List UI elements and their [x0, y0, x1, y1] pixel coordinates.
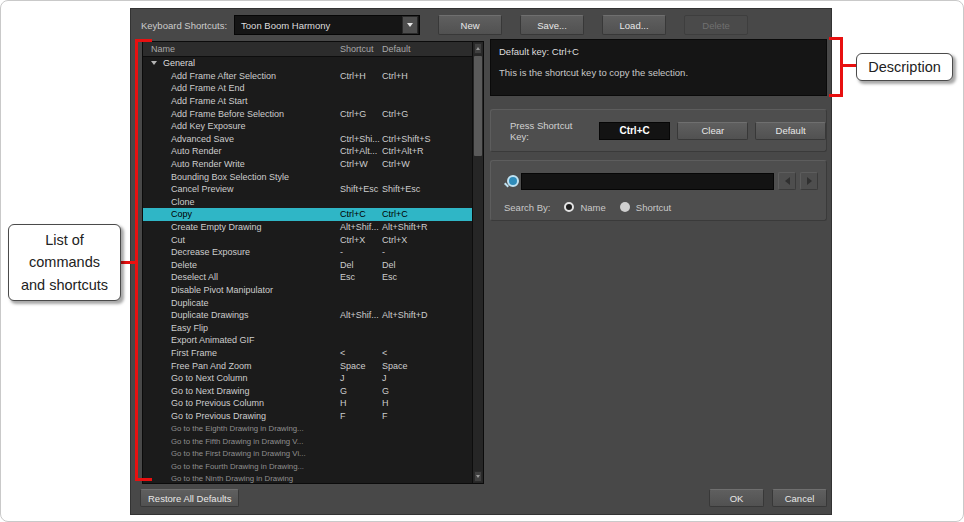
scrollbar-thumb[interactable]: [474, 56, 482, 156]
list-item[interactable]: Add Frame Before SelectionCtrl+GCtrl+G: [143, 107, 472, 120]
list-item[interactable]: Go to the Fourth Drawing in Drawing...: [143, 460, 472, 473]
right-bracket-connector: [843, 64, 857, 67]
list-item[interactable]: Duplicate: [143, 296, 472, 309]
radio-search-by-name[interactable]: [564, 202, 574, 212]
list-item[interactable]: Decrease Exposure--: [143, 246, 472, 259]
preset-dropdown[interactable]: Toon Boom Harmony: [234, 15, 420, 35]
description-panel: Default key: Ctrl+C This is the shortcut…: [490, 39, 827, 96]
preset-dropdown-value: Toon Boom Harmony: [235, 20, 401, 31]
list-item[interactable]: Deselect AllEscEsc: [143, 271, 472, 284]
search-input[interactable]: [521, 173, 774, 190]
list-item[interactable]: Duplicate DrawingsAlt+Shif...Alt+Shift+D: [143, 309, 472, 322]
right-bracket-bottom-cap: [829, 94, 841, 97]
cancel-button[interactable]: Cancel: [772, 489, 827, 507]
preset-label: Keyboard Shortcuts:: [141, 20, 227, 31]
prev-result-button: [778, 172, 796, 190]
list-item[interactable]: Cancel PreviewShift+EscShift+Esc: [143, 183, 472, 196]
list-item[interactable]: Advanced SaveCtrl+Shi...Ctrl+Shift+S: [143, 133, 472, 146]
save-button[interactable]: Save...: [520, 15, 584, 35]
list-item[interactable]: Easy Flip: [143, 321, 472, 334]
next-result-button: [800, 172, 818, 190]
description-annotation-label: Description: [856, 53, 953, 81]
radio-shortcut-label[interactable]: Shortcut: [636, 202, 671, 213]
restore-all-defaults-button[interactable]: Restore All Defaults: [140, 489, 239, 507]
radio-search-by-shortcut[interactable]: [620, 202, 630, 212]
list-item[interactable]: Go to Next ColumnJJ: [143, 372, 472, 385]
list-item[interactable]: Disable Pivot Manipulator: [143, 284, 472, 297]
scroll-down-icon[interactable]: [474, 471, 482, 482]
list-item[interactable]: Add Frame At End: [143, 82, 472, 95]
keyboard-shortcuts-dialog: Keyboard Shortcuts: Toon Boom Harmony Ne…: [130, 8, 832, 515]
list-annotation-label: List of commands and shortcuts: [8, 224, 121, 301]
default-button[interactable]: Default: [755, 122, 826, 140]
shortcut-list: Name Shortcut Default General Add Frame …: [142, 41, 484, 484]
dialog-topbar: Keyboard Shortcuts: Toon Boom Harmony Ne…: [141, 15, 748, 35]
search-by-label: Search By:: [504, 202, 550, 213]
list-item[interactable]: First Frame<<: [143, 347, 472, 360]
description-text: This is the shortcut key to copy the sel…: [499, 67, 818, 78]
press-shortcut-label: Press Shortcut Key:: [510, 120, 594, 142]
list-item[interactable]: Auto Render WriteCtrl+WCtrl+W: [143, 158, 472, 171]
list-item[interactable]: Export Animated GIF: [143, 334, 472, 347]
list-group-general[interactable]: General: [143, 57, 472, 70]
radio-name-label[interactable]: Name: [580, 202, 605, 213]
arrow-left-icon: [785, 177, 790, 185]
default-key-text: Default key: Ctrl+C: [499, 46, 818, 57]
load-button[interactable]: Load...: [602, 15, 666, 35]
clear-button[interactable]: Clear: [677, 122, 748, 140]
list-item[interactable]: Add Key Exposure: [143, 120, 472, 133]
list-scrollbar[interactable]: [472, 42, 483, 483]
shortcut-key-field[interactable]: Ctrl+C: [599, 122, 671, 140]
search-group: Search By: Name Shortcut: [490, 160, 827, 221]
column-header-default[interactable]: Default: [382, 44, 472, 54]
left-bracket-connector: [119, 261, 136, 264]
arrow-right-icon: [807, 177, 812, 185]
column-header-shortcut[interactable]: Shortcut: [340, 44, 382, 54]
list-item[interactable]: Create Empty DrawingAlt+Shif...Alt+Shift…: [143, 221, 472, 234]
list-item[interactable]: Go to Next DrawingGG: [143, 384, 472, 397]
left-bracket-line: [135, 39, 138, 481]
list-item[interactable]: Add Frame After SelectionCtrl+HCtrl+H: [143, 70, 472, 83]
left-bracket-top-cap: [135, 39, 152, 42]
list-item[interactable]: Add Frame At Start: [143, 95, 472, 108]
shortcut-rows: General Add Frame After SelectionCtrl+HC…: [143, 57, 472, 483]
list-item[interactable]: Go to the Ninth Drawing in Drawing: [143, 473, 472, 483]
delete-button: Delete: [684, 15, 748, 35]
list-item[interactable]: Free Pan And ZoomSpaceSpace: [143, 359, 472, 372]
list-header: Name Shortcut Default: [143, 42, 472, 57]
list-item[interactable]: DeleteDelDel: [143, 259, 472, 272]
new-button[interactable]: New: [438, 15, 502, 35]
list-item[interactable]: Go to the Fifth Drawing in Drawing V...: [143, 435, 472, 448]
annotated-screenshot: Keyboard Shortcuts: Toon Boom Harmony Ne…: [0, 0, 964, 522]
shortcut-editor-group: Press Shortcut Key: Ctrl+C Clear Default: [490, 109, 827, 152]
right-bracket-top-cap: [829, 37, 841, 40]
collapse-triangle-icon[interactable]: [151, 61, 157, 65]
list-item[interactable]: Go to Previous DrawingFF: [143, 410, 472, 423]
list-item[interactable]: CutCtrl+XCtrl+X: [143, 233, 472, 246]
list-item[interactable]: Bounding Box Selection Style: [143, 170, 472, 183]
ok-button[interactable]: OK: [709, 489, 764, 507]
list-item[interactable]: Auto RenderCtrl+Alt...Ctrl+Alt+R: [143, 145, 472, 158]
column-header-name[interactable]: Name: [143, 44, 340, 54]
list-item[interactable]: Clone: [143, 196, 472, 209]
chevron-down-icon[interactable]: [402, 16, 418, 34]
list-item[interactable]: Go to the Eighth Drawing in Drawing...: [143, 422, 472, 435]
search-icon: [504, 175, 517, 188]
list-item[interactable]: Go to the First Drawing in Drawing Vi...: [143, 447, 472, 460]
list-item[interactable]: CopyCtrl+CCtrl+C: [143, 208, 472, 221]
list-item[interactable]: Go to Previous ColumnHH: [143, 397, 472, 410]
left-bracket-bottom-cap: [135, 478, 152, 481]
search-by-row: Search By: Name Shortcut: [491, 199, 826, 215]
scroll-up-icon[interactable]: [474, 43, 482, 54]
right-bracket-line: [840, 37, 843, 97]
